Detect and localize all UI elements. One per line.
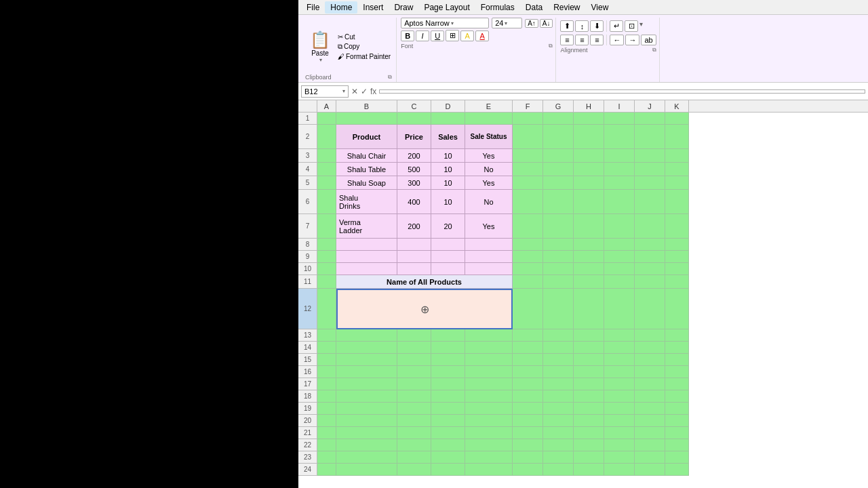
cell-i8[interactable] <box>604 239 635 251</box>
clipboard-expand-icon[interactable]: ⧉ <box>388 74 392 81</box>
insert-function-icon[interactable]: fx <box>370 87 376 96</box>
cell-f3[interactable] <box>513 149 543 163</box>
cell-d10[interactable] <box>431 263 465 275</box>
cell-c21[interactable] <box>397 427 431 439</box>
cell-c13[interactable] <box>397 329 431 342</box>
cell-h7[interactable] <box>574 214 604 239</box>
cell-b8[interactable] <box>336 239 397 251</box>
cell-d21[interactable] <box>431 427 465 439</box>
col-header-i[interactable]: I <box>604 100 635 112</box>
font-color-button[interactable]: A <box>475 30 489 41</box>
row-num-2[interactable]: 2 <box>298 125 317 149</box>
cell-h6[interactable] <box>574 190 604 214</box>
cell-a11[interactable] <box>317 275 336 289</box>
cell-h2[interactable] <box>574 125 604 149</box>
menu-review[interactable]: Review <box>548 1 585 14</box>
cell-a23[interactable] <box>317 451 336 464</box>
cell-g22[interactable] <box>543 439 574 451</box>
cell-b6[interactable]: ShaluDrinks <box>336 190 397 214</box>
decrease-indent-button[interactable]: ← <box>610 35 624 45</box>
cell-h18[interactable] <box>574 390 604 403</box>
cell-f24[interactable] <box>513 464 543 476</box>
cell-a18[interactable] <box>317 390 336 403</box>
cell-e18[interactable] <box>465 390 513 403</box>
formula-input[interactable] <box>379 89 865 94</box>
cell-e10[interactable] <box>465 263 513 275</box>
menu-file[interactable]: File <box>301 1 325 14</box>
cell-e6[interactable]: No <box>465 190 513 214</box>
cell-d4[interactable]: 10 <box>431 163 465 176</box>
cell-e15[interactable] <box>465 354 513 366</box>
row-num-8[interactable]: 8 <box>298 239 317 251</box>
cell-a20[interactable] <box>317 415 336 427</box>
cell-g17[interactable] <box>543 378 574 390</box>
cell-h17[interactable] <box>574 378 604 390</box>
cell-e16[interactable] <box>465 366 513 378</box>
cell-b19[interactable] <box>336 403 397 415</box>
cell-c14[interactable] <box>397 342 431 354</box>
cell-i2[interactable] <box>604 125 635 149</box>
cell-g3[interactable] <box>543 149 574 163</box>
cell-c19[interactable] <box>397 403 431 415</box>
cell-a13[interactable] <box>317 329 336 342</box>
cell-b17[interactable] <box>336 378 397 390</box>
cell-b20[interactable] <box>336 415 397 427</box>
cell-c15[interactable] <box>397 354 431 366</box>
cell-k10[interactable] <box>665 263 689 275</box>
cell-d5[interactable]: 10 <box>431 176 465 190</box>
underline-button[interactable]: U <box>431 30 444 41</box>
cell-f10[interactable] <box>513 263 543 275</box>
cell-f13[interactable] <box>513 329 543 342</box>
cell-k6[interactable] <box>665 190 689 214</box>
cell-c2[interactable]: Price <box>397 125 431 149</box>
cell-f22[interactable] <box>513 439 543 451</box>
cell-g12[interactable] <box>543 289 574 329</box>
cell-k18[interactable] <box>665 390 689 403</box>
cell-c6[interactable]: 400 <box>397 190 431 214</box>
cell-a6[interactable] <box>317 190 336 214</box>
cell-k11[interactable] <box>665 275 689 289</box>
cell-h20[interactable] <box>574 415 604 427</box>
cell-h22[interactable] <box>574 439 604 451</box>
cell-b10[interactable] <box>336 263 397 275</box>
cell-j16[interactable] <box>635 366 665 378</box>
cell-f18[interactable] <box>513 390 543 403</box>
cell-a16[interactable] <box>317 366 336 378</box>
cell-a19[interactable] <box>317 403 336 415</box>
cell-g24[interactable] <box>543 464 574 476</box>
cell-i11[interactable] <box>604 275 635 289</box>
cell-d16[interactable] <box>431 366 465 378</box>
confirm-formula-icon[interactable]: ✓ <box>361 87 368 96</box>
cell-k9[interactable] <box>665 251 689 263</box>
font-expand-icon[interactable]: ⧉ <box>549 43 553 49</box>
align-left-button[interactable]: ≡ <box>560 35 574 45</box>
cell-j17[interactable] <box>635 378 665 390</box>
menu-view[interactable]: View <box>586 1 614 14</box>
row-num-16[interactable]: 16 <box>298 366 317 378</box>
cell-g23[interactable] <box>543 451 574 464</box>
cell-a10[interactable] <box>317 263 336 275</box>
cell-g10[interactable] <box>543 263 574 275</box>
cell-d8[interactable] <box>431 239 465 251</box>
cell-b13[interactable] <box>336 329 397 342</box>
cell-g6[interactable] <box>543 190 574 214</box>
cell-j19[interactable] <box>635 403 665 415</box>
cell-g18[interactable] <box>543 390 574 403</box>
cell-e23[interactable] <box>465 451 513 464</box>
cell-d22[interactable] <box>431 439 465 451</box>
cell-j2[interactable] <box>635 125 665 149</box>
cell-g15[interactable] <box>543 354 574 366</box>
cell-f19[interactable] <box>513 403 543 415</box>
cell-i20[interactable] <box>604 415 635 427</box>
cell-f6[interactable] <box>513 190 543 214</box>
cell-i15[interactable] <box>604 354 635 366</box>
cell-b12-active[interactable] <box>336 289 513 329</box>
cell-k24[interactable] <box>665 464 689 476</box>
col-header-c[interactable]: C <box>397 100 431 112</box>
menu-insert[interactable]: Insert <box>357 1 389 14</box>
cell-e4[interactable]: No <box>465 163 513 176</box>
cell-b7[interactable]: VermaLadder <box>336 214 397 239</box>
row-num-22[interactable]: 22 <box>298 439 317 451</box>
cell-g7[interactable] <box>543 214 574 239</box>
cell-a14[interactable] <box>317 342 336 354</box>
